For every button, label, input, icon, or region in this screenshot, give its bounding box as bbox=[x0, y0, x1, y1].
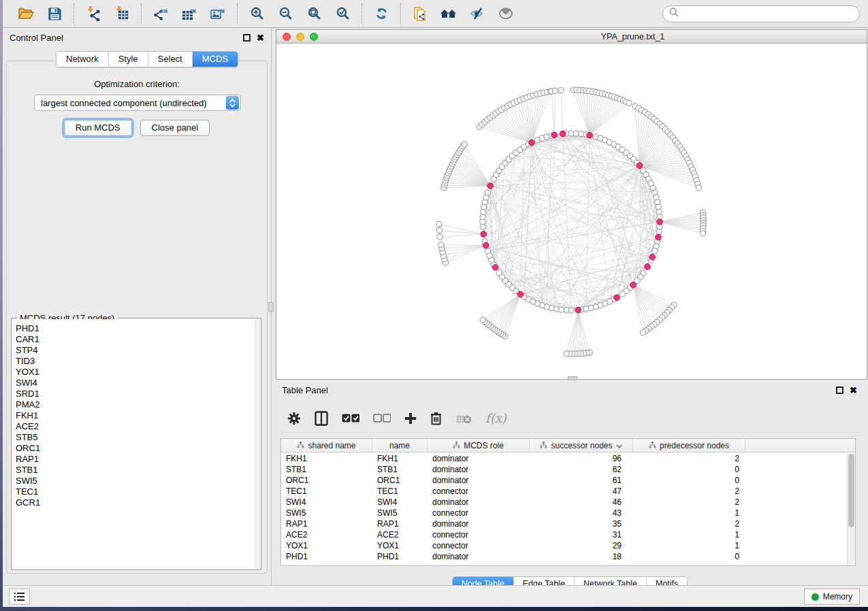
column-header-predecessor-nodes[interactable]: predecessor nodes bbox=[633, 439, 745, 452]
close-panel-button[interactable]: Close panel bbox=[140, 120, 210, 136]
network-graph[interactable] bbox=[276, 44, 867, 379]
tab-network[interactable]: Network bbox=[57, 52, 109, 67]
delete-column-icon[interactable] bbox=[430, 412, 442, 425]
share-document-icon[interactable] bbox=[411, 4, 430, 23]
zoom-selected-icon[interactable] bbox=[333, 4, 352, 23]
cell-shared_name: ORC1 bbox=[281, 475, 372, 486]
show-style-icon[interactable] bbox=[468, 4, 487, 23]
cell-predecessor_nodes: 0 bbox=[633, 475, 745, 486]
network-canvas[interactable] bbox=[276, 44, 867, 379]
table-row[interactable]: YOX1YOX1connector291 bbox=[281, 540, 847, 551]
mcds-tab-content: Optimization criterion: largest connecte… bbox=[6, 61, 268, 574]
column-header-shared-name[interactable]: shared name bbox=[281, 439, 372, 452]
result-scrollbar[interactable] bbox=[255, 319, 260, 569]
network-view-window: YPA_prune.txt_1 bbox=[276, 29, 867, 380]
tab-select[interactable]: Select bbox=[148, 52, 193, 67]
result-node-item[interactable]: ORC1 bbox=[12, 443, 255, 454]
search-input[interactable] bbox=[683, 9, 853, 18]
node-table-header: shared namenameMCDS rolesuccessor nodesp… bbox=[281, 439, 855, 452]
table-row[interactable]: RAP1RAP1dominator352 bbox=[281, 518, 847, 529]
tab-style[interactable]: Style bbox=[109, 52, 148, 67]
cell-mcds_role: connector bbox=[428, 529, 530, 540]
select-all-rows-icon[interactable] bbox=[342, 414, 359, 423]
table-row[interactable]: SWI4SWI4dominator462 bbox=[281, 497, 847, 508]
result-node-item[interactable]: ACE2 bbox=[12, 421, 255, 432]
table-splitter-handle[interactable] bbox=[568, 376, 577, 380]
panel-splitter-handle[interactable] bbox=[268, 302, 274, 312]
result-node-item[interactable]: PMA2 bbox=[12, 399, 255, 410]
table-row[interactable]: STB1STB1dominator620 bbox=[281, 464, 847, 475]
result-node-item[interactable]: TEC1 bbox=[12, 486, 255, 497]
cell-name: STB1 bbox=[372, 464, 428, 475]
import-network-icon[interactable] bbox=[84, 4, 103, 23]
close-table-panel-icon[interactable]: ✖ bbox=[850, 386, 857, 394]
tab-mcds[interactable]: MCDS bbox=[193, 52, 238, 67]
task-history-button[interactable] bbox=[9, 589, 30, 605]
memory-button[interactable]: Memory bbox=[804, 589, 860, 605]
result-node-item[interactable]: GCR1 bbox=[12, 497, 255, 508]
result-node-item[interactable]: FKH1 bbox=[12, 410, 255, 421]
export-table-icon[interactable] bbox=[180, 4, 199, 23]
node-attribute-icon bbox=[649, 441, 656, 450]
column-header-name[interactable]: name bbox=[372, 439, 428, 452]
table-settings-icon[interactable] bbox=[287, 412, 301, 425]
network-window-titlebar[interactable]: YPA_prune.txt_1 bbox=[276, 30, 867, 44]
export-image-icon[interactable] bbox=[208, 4, 227, 23]
save-session-icon[interactable] bbox=[45, 4, 64, 23]
cell-successor_nodes: 46 bbox=[530, 497, 633, 508]
add-column-icon[interactable] bbox=[404, 412, 417, 425]
table-row[interactable]: TEC1TEC1connector472 bbox=[281, 486, 847, 497]
result-node-item[interactable]: RAP1 bbox=[12, 454, 255, 465]
result-node-item[interactable]: STP4 bbox=[12, 345, 255, 356]
cell-name: FKH1 bbox=[372, 453, 428, 464]
cell-shared_name: PHD1 bbox=[281, 551, 372, 562]
cell-successor_nodes: 35 bbox=[530, 518, 633, 529]
result-node-item[interactable]: TID3 bbox=[12, 356, 255, 367]
close-panel-icon[interactable]: ✖ bbox=[257, 34, 264, 42]
table-row[interactable]: FKH1FKH1dominator962 bbox=[281, 453, 847, 464]
cell-successor_nodes: 43 bbox=[530, 508, 633, 518]
cell-shared_name: SWI5 bbox=[281, 508, 372, 518]
cell-predecessor_nodes: 0 bbox=[633, 551, 745, 562]
zoom-fit-icon[interactable] bbox=[304, 4, 323, 23]
result-node-item[interactable]: SRD1 bbox=[12, 389, 255, 399]
delete-table-icon bbox=[455, 413, 472, 424]
cell-shared_name: FKH1 bbox=[281, 453, 372, 464]
table-row[interactable]: PHD1PHD1dominator180 bbox=[281, 551, 847, 562]
mcds-result-group: MCDS result (17 nodes) PHD1CAR1STP4TID3Y… bbox=[11, 318, 261, 570]
result-node-item[interactable]: SWI5 bbox=[12, 476, 255, 486]
float-panel-icon[interactable] bbox=[243, 34, 251, 42]
result-node-item[interactable]: STB1 bbox=[12, 465, 255, 476]
cell-mcds_role: dominator bbox=[428, 551, 530, 562]
import-table-icon[interactable] bbox=[112, 4, 131, 23]
result-node-item[interactable]: CAR1 bbox=[12, 334, 255, 345]
zoom-out-icon[interactable] bbox=[276, 4, 295, 23]
result-node-item[interactable]: STB5 bbox=[12, 432, 255, 443]
search-box[interactable] bbox=[662, 5, 860, 22]
column-header-MCDS-role[interactable]: MCDS role bbox=[428, 439, 530, 452]
table-row[interactable]: SWI5SWI5connector431 bbox=[281, 508, 847, 518]
split-panel-icon[interactable] bbox=[315, 411, 328, 426]
mcds-result-list[interactable]: PHD1CAR1STP4TID3YOX1SWI4SRD1PMA2FKH1ACE2… bbox=[12, 319, 255, 569]
zoom-in-icon[interactable] bbox=[247, 4, 266, 23]
table-scrollbar[interactable] bbox=[847, 453, 855, 565]
refresh-view-icon[interactable] bbox=[372, 4, 391, 23]
column-header-successor-nodes[interactable]: successor nodes bbox=[530, 439, 633, 452]
result-node-item[interactable]: YOX1 bbox=[12, 367, 255, 378]
open-session-icon[interactable] bbox=[16, 4, 35, 23]
float-table-panel-icon[interactable] bbox=[836, 386, 843, 394]
criterion-select[interactable]: largest connected component (undirected) bbox=[34, 95, 241, 111]
table-row[interactable]: ACE2ACE2connector311 bbox=[281, 529, 847, 540]
table-row[interactable]: ORC1ORC1dominator610 bbox=[281, 475, 847, 486]
cell-successor_nodes: 96 bbox=[530, 453, 633, 464]
result-node-item[interactable]: PHD1 bbox=[12, 323, 255, 334]
run-mcds-button[interactable]: Run MCDS bbox=[64, 120, 132, 136]
cell-name: SWI5 bbox=[372, 508, 428, 518]
network-overview-icon[interactable] bbox=[439, 4, 458, 23]
cell-predecessor_nodes: 2 bbox=[633, 453, 745, 464]
result-node-item[interactable]: SWI4 bbox=[12, 378, 255, 389]
cell-name: ACE2 bbox=[372, 529, 428, 540]
deselect-all-rows-icon[interactable] bbox=[373, 414, 391, 423]
hide-graphics-icon[interactable] bbox=[496, 4, 515, 23]
export-network-icon[interactable] bbox=[151, 4, 170, 23]
